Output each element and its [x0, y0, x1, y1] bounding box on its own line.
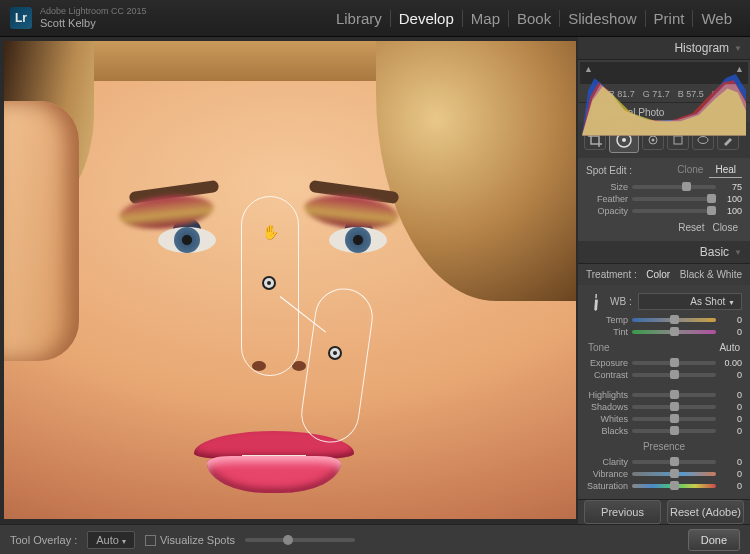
user-name: Scott Kelby	[40, 17, 147, 29]
spot-pin-source[interactable]	[262, 276, 276, 290]
histogram-title: Histogram	[674, 41, 729, 55]
whites-slider[interactable]	[632, 417, 716, 421]
highlights-slider[interactable]	[632, 393, 716, 397]
basic-title: Basic	[700, 245, 729, 259]
app-meta: Adobe Lightroom CC 2015 Scott Kelby	[40, 7, 147, 29]
basic-header[interactable]: Basic▼	[578, 241, 750, 264]
visualize-spots-toggle[interactable]: Visualize Spots	[145, 534, 235, 546]
temp-slider[interactable]	[632, 318, 716, 322]
chevron-down-icon: ▼	[734, 44, 742, 53]
spot-pin-destination[interactable]	[328, 346, 342, 360]
tool-overlay-select[interactable]: Auto ▾	[87, 531, 135, 549]
size-slider[interactable]	[632, 185, 716, 189]
module-picker: Library Develop Map Book Slideshow Print…	[328, 10, 740, 27]
module-library[interactable]: Library	[328, 10, 391, 27]
blacks-slider[interactable]	[632, 429, 716, 433]
opacity-slider[interactable]	[632, 209, 716, 213]
svg-point-3	[652, 139, 655, 142]
hand-cursor-icon: ✋	[262, 224, 278, 240]
tool-overlay-label: Tool Overlay :	[10, 534, 77, 546]
svg-point-1	[622, 138, 626, 142]
contrast-slider[interactable]	[632, 373, 716, 377]
tint-slider[interactable]	[632, 330, 716, 334]
module-map[interactable]: Map	[463, 10, 509, 27]
module-develop[interactable]: Develop	[391, 10, 463, 27]
spot-edit-label: Spot Edit :	[586, 165, 632, 176]
shadows-slider[interactable]	[632, 405, 716, 409]
mode-heal[interactable]: Heal	[709, 162, 742, 178]
histogram-header[interactable]: Histogram▼	[578, 37, 750, 60]
module-web[interactable]: Web	[693, 10, 740, 27]
feather-slider[interactable]	[632, 197, 716, 201]
treatment-color[interactable]: Color	[646, 269, 670, 280]
done-button[interactable]: Done	[688, 529, 740, 551]
spot-reset-button[interactable]: Reset	[678, 222, 704, 233]
app-title: Adobe Lightroom CC 2015	[40, 7, 147, 17]
svg-point-5	[698, 137, 708, 144]
reset-button[interactable]: Reset (Adobe)	[667, 500, 744, 524]
treatment-bw[interactable]: Black & White	[680, 269, 742, 280]
eyedropper-icon[interactable]	[582, 288, 607, 313]
treatment-row: Treatment : Color Black & White	[578, 264, 750, 285]
spot-close-button[interactable]: Close	[712, 222, 738, 233]
svg-rect-4	[674, 136, 682, 144]
visualize-threshold-slider[interactable]	[245, 538, 355, 542]
canvas-area: ✋	[0, 37, 578, 524]
clarity-slider[interactable]	[632, 460, 716, 464]
spot-destination-region[interactable]	[297, 285, 376, 447]
wb-select[interactable]: As Shot ▼	[638, 293, 742, 310]
saturation-slider[interactable]	[632, 484, 716, 488]
previous-button[interactable]: Previous	[584, 500, 661, 524]
module-book[interactable]: Book	[509, 10, 560, 27]
photo-canvas[interactable]: ✋	[4, 41, 576, 519]
module-print[interactable]: Print	[646, 10, 694, 27]
exposure-slider[interactable]	[632, 361, 716, 365]
tone-auto-button[interactable]: Auto	[719, 342, 740, 353]
checkbox-icon[interactable]	[145, 535, 156, 546]
tool-options-bar: Tool Overlay : Auto ▾ Visualize Spots Do…	[0, 524, 750, 554]
vibrance-slider[interactable]	[632, 472, 716, 476]
right-panel: Histogram▼ ▲ ▲ R 81.7 G 71.7 B 57.5 % Or…	[578, 37, 750, 524]
app-logo: Lr	[10, 7, 32, 29]
mode-clone[interactable]: Clone	[671, 162, 709, 178]
module-slideshow[interactable]: Slideshow	[560, 10, 645, 27]
panel-footer: Previous Reset (Adobe)	[578, 499, 750, 524]
histogram-display[interactable]: ▲ ▲	[580, 62, 748, 84]
spot-edit-section: Spot Edit : Clone Heal Size75 Feather100…	[578, 158, 750, 241]
chevron-down-icon: ▼	[734, 248, 742, 257]
top-bar: Lr Adobe Lightroom CC 2015 Scott Kelby L…	[0, 0, 750, 37]
